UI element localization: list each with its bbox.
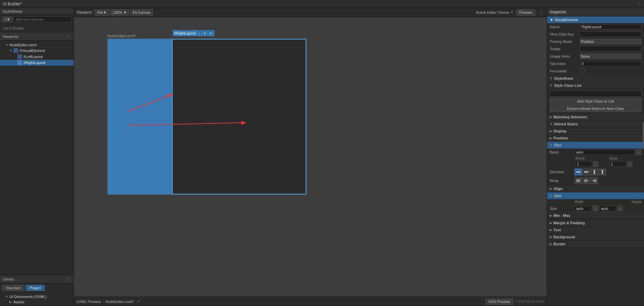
focusable-checkbox[interactable] [580,69,585,73]
name-input[interactable] [580,24,641,29]
height-input[interactable] [599,206,616,211]
size-wh-labels-row: Width Height [547,199,644,205]
pickingmode-dropdown[interactable]: Position [580,39,641,44]
grow-minus-btn[interactable]: - [627,162,633,167]
hierarchy-section: Hierarchy ⋮ ▼ NodeEditor.uxml ▼ #VisualE… [0,33,73,275]
tree-item-visualelement[interactable]: ▼ #VisualElement [0,48,73,54]
add-style-class-btn[interactable]: Add Style Class to List [550,98,641,105]
styleclasslist-header[interactable]: ▼ Style Class List [547,82,644,89]
file-btn[interactable]: File▼ [95,9,109,15]
border-section[interactable]: ▶ Border [547,241,644,248]
dir-btn-col-rev[interactable] [599,169,606,175]
tree-arrow-assets: ▶ [9,300,13,304]
viewport-header: Viewport File▼ 100% ▼ Fit Canvas Active … [74,8,547,17]
selector-input[interactable] [14,16,71,22]
svg-rect-10 [594,172,595,173]
stylesheet-arrow: ▼ [550,77,553,80]
tree-item-leftlayout[interactable]: #LeftLayout [0,54,73,60]
usagehints-dropdown[interactable]: None [580,54,641,59]
width-input[interactable] [575,206,591,211]
flex-header[interactable]: ▼ Flex [547,142,644,148]
text-section[interactable]: ▶ Text [547,227,644,234]
title-bar: UI Builder* ⋮ [0,0,644,8]
style-class-btns: Add Style Class to List Extract Inlined … [550,98,641,112]
basis-input[interactable] [575,149,635,155]
width-label: Width [575,200,583,204]
library-menu-btn[interactable]: ⋮ [65,277,71,282]
size-title: Size [554,194,561,198]
svg-rect-8 [587,171,588,173]
viewdatakey-input[interactable] [580,32,641,37]
height-label: Height [632,200,641,204]
sel-btn-2[interactable]: ≡ [202,31,207,36]
fit-canvas-btn[interactable]: Fit Canvas [130,9,153,15]
preview-btn[interactable]: Preview [516,9,535,15]
hierarchy-menu-btn[interactable]: ⋮ [65,34,71,39]
wrap-btn-wrap[interactable] [583,177,590,184]
inspector-name-row: Name [547,23,644,30]
dir-btn-row-rev[interactable] [583,169,590,175]
dir-btn-col[interactable] [591,169,598,175]
basis-minus-btn[interactable]: - [636,149,641,155]
sel-btn-1[interactable]: ↕ [197,31,202,36]
shrink-input[interactable] [575,162,592,167]
viewport-canvas[interactable]: NodeEditor.uxml* #RightLayout ↕ ≡ ≡ [74,17,547,297]
tabindex-input[interactable] [580,61,641,66]
matching-selectors-header[interactable]: ▶ Matching Selectors [547,114,644,121]
svg-rect-4 [578,171,579,173]
tab-standard[interactable]: Standard [2,285,24,291]
position-section[interactable]: ▶ Position [547,135,644,142]
tree-label-uidocuments: UI Documents (UXML) [9,295,47,299]
tooltip-input[interactable] [580,46,641,52]
margin-padding-section[interactable]: ▶ Margin & Padding [547,220,644,227]
wrap-nowrap-icon [576,178,581,183]
inlined-styles-header[interactable]: ▼ Inlined Styles [547,121,644,128]
usagehints-select[interactable]: None [580,54,641,59]
display-section[interactable]: ▶ Display [547,128,644,135]
shrink-group-label: Shrink [575,157,607,160]
wrap-btn-nowrap[interactable] [575,177,582,184]
align-section[interactable]: ▶ Align [547,185,644,192]
tree-label-rightlayout: #RightLayout [23,61,45,65]
tree-item-assets[interactable]: ▶ Assets [0,299,73,305]
extract-styles-btn[interactable]: Extract Inlined Styles to New Class [550,105,641,112]
viewport-menu-btn[interactable]: ⋮ [538,10,544,15]
height-minus-btn[interactable]: - [618,206,623,211]
background-section[interactable]: ▶ Background [547,234,644,241]
external-icon[interactable]: ↗ [137,299,140,304]
text-title: Text [553,228,561,232]
min-max-section[interactable]: ▶ Min - Max [547,212,644,219]
stylesheet-section-header[interactable]: ▼ StyleSheet [547,75,644,82]
inspector-header: Inspector [547,8,644,16]
tree-item-uidocuments[interactable]: ▼ UI Documents (UXML) [0,294,73,299]
left-panel-canvas-element[interactable] [108,39,172,194]
width-minus-btn[interactable]: - [593,206,598,211]
right-panel-canvas-element[interactable]: #RightLayout ↕ ≡ ≡ [172,39,306,194]
add-selector-btn[interactable]: +▼ [2,17,12,22]
shrink-minus-btn[interactable]: - [593,162,598,167]
scrollbar[interactable] [643,122,644,149]
svg-marker-12 [601,170,604,171]
tree-item-nodeeditor[interactable]: ▼ NodeEditor.uxml [0,42,73,48]
tree-item-rightlayout[interactable]: #RightLayout [0,60,73,66]
wh-values-group: - - [575,206,641,211]
uss-preview-btn[interactable]: USS Preview [485,299,513,305]
dir-btn-row[interactable] [575,169,582,175]
background-title: Background [553,235,575,239]
inspector-name-section: Name View Data Key Picking Mode Position… [547,23,644,75]
tab-project[interactable]: Project [26,285,45,291]
sel-btn-3[interactable]: ≡ [208,31,213,36]
wrap-btn-rev[interactable] [591,177,598,184]
stylesheets-header: StyleSheets [0,8,73,15]
size-header[interactable]: ▼ Size [547,192,644,199]
style-class-input[interactable] [550,90,641,97]
shrink-grow-labels-row: Shrink Grow [547,156,644,161]
visualelement-icon [13,48,18,53]
svg-marker-11 [593,173,596,174]
visual-element-label: ▼ VisualElement [550,18,578,22]
grow-input[interactable] [609,162,626,167]
zoom-btn[interactable]: 100% ▼ [110,9,129,15]
title-bar-menu[interactable]: ⋮ [637,2,641,6]
pickingmode-select[interactable]: Position [580,39,641,44]
flex-title: Flex [554,143,561,147]
